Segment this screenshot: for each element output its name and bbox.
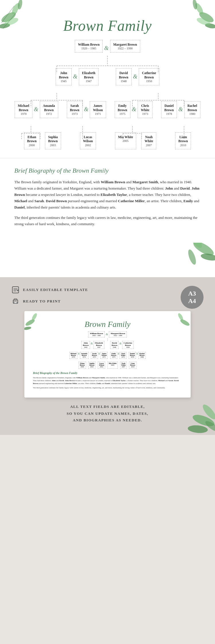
gen3-daniel-family: DanielBrown 1978 & RachelBrown 1980	[161, 101, 200, 118]
feature-editable-label: EASILY EDITABLE TEMPLATE	[23, 288, 88, 292]
person-chris: ChrisWhite 1973	[138, 101, 153, 118]
person-lucas: LucasWilson 2002	[80, 132, 96, 149]
mini-gen2: JohnBrown 1945 & ElizabethBrown 1947 Dav…	[30, 341, 185, 349]
mini-conn1	[108, 338, 108, 341]
bio-paragraph1: The Brown family originated in Yorkshire…	[14, 179, 201, 211]
leaf-bottom-area	[0, 243, 215, 266]
bottom-section: EASILY EDITABLE TEMPLATE READY TO PRINT …	[0, 277, 215, 435]
preview-card: Brown Family William Brown 1920 – 1985 &…	[24, 311, 191, 398]
person-ethan: EthanBrown 2000	[24, 132, 40, 149]
gen2-row: JohnBrown 1945 & ElizabethBrown 1947 Dav…	[6, 68, 209, 85]
print-icon	[11, 297, 19, 305]
mini-leaf-tl	[24, 311, 47, 334]
person-sophia: SophiaBrown 2003	[45, 132, 61, 149]
leaf-decoration-br	[158, 243, 215, 266]
gen2-david-family: DavidBrown 1948 & CatherineBrown 1950	[116, 68, 159, 85]
svg-rect-43	[14, 299, 17, 300]
spacer-gen2-gen3	[6, 85, 209, 101]
person-john: JohnBrown 1945	[56, 68, 71, 85]
person-liam: LiamBrown 2010	[175, 132, 191, 149]
person-emily: EmilyBrown 1975	[115, 101, 130, 118]
spacer1	[66, 132, 75, 149]
ampersand-gen3-4: &	[177, 106, 184, 112]
bottom-spacer	[6, 149, 209, 158]
mini-bio-title: Brief Biography of the Brown Family	[33, 371, 182, 375]
gen3-emily-family: EmilyBrown 1975 & ChrisWhite 1973	[115, 101, 153, 118]
mini-gen4: EthanBrown2000 SophiaBrown2003 LucasWils…	[30, 362, 185, 369]
mini-bio-p1: The Brown family originated in Yorkshire…	[33, 376, 182, 385]
feature-print-label: READY TO PRINT	[23, 299, 61, 304]
svg-point-53	[187, 425, 208, 434]
size-badge: A3 A4	[181, 286, 204, 309]
top-section: Brown Family	[0, 0, 215, 277]
features-list: EASILY EDITABLE TEMPLATE READY TO PRINT	[11, 286, 204, 305]
mini-margaret: Margaret Brown 1922 – 1990	[109, 331, 127, 338]
ampersand-gen2-2: &	[132, 74, 139, 79]
person-daniel: DanielBrown 1978	[161, 101, 177, 118]
person-james: JamesWilson 1971	[90, 101, 106, 118]
family-tree: William Brown 1920 – 1985 & Margaret Bro…	[6, 40, 209, 158]
svg-point-48	[24, 326, 32, 331]
gen1-row: William Brown 1920 – 1985 & Margaret Bro…	[6, 40, 209, 53]
size-a4: A4	[188, 297, 196, 305]
mini-bio-p2: The third generation continues the famil…	[33, 386, 182, 389]
bio-section: Brief Biography of the Brown Family The …	[0, 158, 215, 243]
person-michael: MichaelBrown 1970	[15, 101, 32, 118]
spacer3	[161, 132, 170, 149]
mini-bio-section: Brief Biography of the Brown Family The …	[30, 371, 185, 392]
ampersand-gen3-2: &	[83, 106, 90, 112]
bio-paragraph2: The third generation continues the famil…	[14, 215, 201, 227]
feature-print: READY TO PRINT	[11, 297, 204, 305]
edit-icon	[11, 286, 19, 294]
svg-rect-44	[14, 302, 17, 303]
feature-editable: EASILY EDITABLE TEMPLATE	[11, 286, 204, 294]
spacer2	[101, 132, 110, 149]
person-mia: Mia White 2005	[115, 132, 136, 149]
mini-gen3: MichaelBrown1970 & AmandaBrown1972 Sarah…	[30, 352, 185, 359]
family-title: Brown Family	[0, 0, 215, 40]
ampersand-gen3-1: &	[32, 106, 40, 112]
person-elizabeth: ElizabethBrown 1947	[79, 68, 99, 85]
mini-gen1: William Brown 1920 – 1985 & Margaret Bro…	[30, 331, 185, 338]
gen3-michael-family: MichaelBrown 1970 & AmandaBrown 1972	[15, 101, 58, 118]
person-david: DavidBrown 1948	[116, 68, 132, 85]
gen3-sarah-family: SarahBrown 1973 & JamesWilson 1971	[67, 101, 106, 118]
mini-william: William Brown 1920 – 1985	[88, 331, 105, 338]
bio-title: Brief Biography of the Brown Family	[14, 167, 201, 174]
person-rachel: RachelBrown 1980	[184, 101, 200, 118]
svg-point-37	[187, 249, 198, 266]
person-sarah: SarahBrown 1973	[67, 101, 83, 118]
person-william: William Brown 1920 – 1985	[75, 40, 103, 53]
ampersand-gen2-1: &	[72, 74, 79, 79]
spacer-gen1-gen2	[6, 53, 209, 68]
person-catherine: CatherineBrown 1950	[139, 68, 159, 85]
ampersand-gen3-3: &	[130, 106, 138, 112]
size-a3: A3	[188, 290, 196, 297]
person-margaret: Margaret Brown 1922 – 1990	[110, 40, 140, 53]
mini-family-title: Brown Family	[30, 317, 185, 331]
person-noah: NoahWhite 2007	[141, 132, 156, 149]
gen4-row: EthanBrown 2000 SophiaBrown 2003 LucasWi…	[6, 132, 209, 149]
gen3-row: MichaelBrown 1970 & AmandaBrown 1972 Sar…	[6, 101, 209, 118]
mini-leaf-tr	[168, 311, 191, 334]
person-amanda: AmandaBrown 1972	[40, 101, 58, 118]
leaf-decoration-bottom-right	[172, 392, 215, 435]
spacer-gen3-gen4	[6, 118, 209, 132]
svg-point-45	[13, 301, 14, 301]
gen2-john-family: JohnBrown 1945 & ElizabethBrown 1947	[56, 68, 98, 85]
ampersand-gen1: &	[103, 45, 110, 51]
